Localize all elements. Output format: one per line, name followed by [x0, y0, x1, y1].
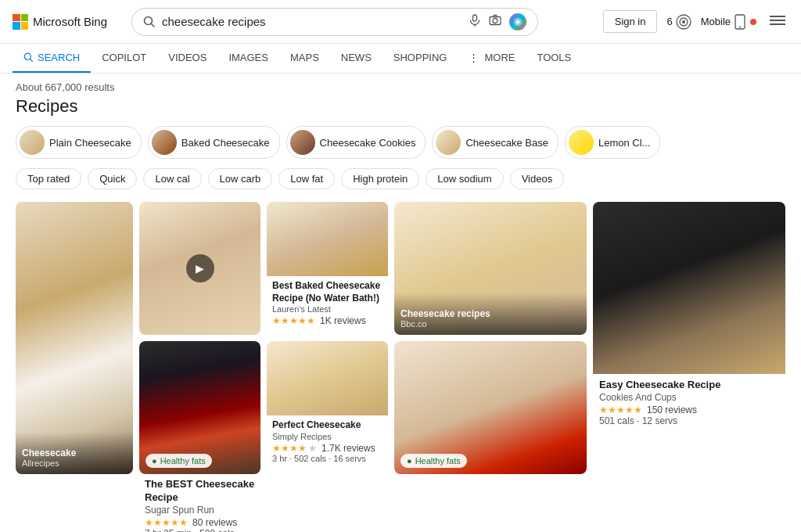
card-title-easy: Easy Cheesecake Recipe: [599, 379, 779, 392]
card-img-best-baked: [267, 202, 388, 276]
logo-green: [21, 14, 29, 22]
svg-point-12: [739, 26, 741, 27]
pill-lemon-img: [569, 130, 594, 155]
sign-in-button[interactable]: Sign in: [603, 10, 658, 33]
tab-more[interactable]: ⋮ MORE: [458, 44, 526, 73]
notification-dot-icon: [749, 18, 757, 26]
healthy-badge-2: ● Healthy fats: [400, 454, 467, 468]
healthy-badge: ● Healthy fats: [145, 454, 212, 468]
card-title-perfect: Perfect Cheesecake: [272, 419, 383, 432]
filter-low-fat[interactable]: Low fat: [278, 168, 335, 189]
filter-top-rated[interactable]: Top rated: [16, 168, 81, 189]
card-label-bbc: Cheesecake recipes Bbc.co: [394, 293, 587, 335]
card-easy-cheesecake[interactable]: Easy Cheesecake Recipe Cookies And Cups …: [593, 202, 785, 474]
card-perfect-cheesecake[interactable]: Perfect Cheesecake Simply Recipes ★★★★★ …: [267, 341, 388, 474]
best-cheesecake-detail-row: The BEST Cheesecake Recipe Sugar Spun Ru…: [16, 480, 785, 532]
recipes-title: Recipes: [16, 96, 785, 117]
copilot-icon[interactable]: [509, 13, 526, 31]
tab-copilot[interactable]: COPILOT: [91, 44, 157, 73]
card-best-cheesecake[interactable]: ▶: [139, 202, 260, 335]
card-best-baked[interactable]: Best Baked Cheesecake Recipe (No Water B…: [267, 202, 388, 335]
hamburger-icon: [770, 15, 785, 26]
header-right: Sign in 6 Mobile: [603, 10, 788, 33]
card-rating-perfect: ★★★★★ 1.7K reviews: [272, 443, 383, 454]
pill-cookies[interactable]: Cheesecake Cookies: [286, 126, 426, 159]
recipe-grid: Cheesecake Allrecipes ▶ ● Healthy fats B…: [16, 202, 785, 474]
svg-line-18: [31, 59, 33, 62]
filter-low-carb[interactable]: Low carb: [208, 168, 273, 189]
bing-logo: [13, 14, 28, 30]
logo-area: Microsoft Bing: [13, 14, 122, 30]
filter-high-protein[interactable]: High protein: [341, 168, 419, 189]
card-blueberry[interactable]: ● Healthy fats: [139, 341, 260, 474]
filter-low-cal[interactable]: Low cal: [143, 168, 201, 189]
tab-maps[interactable]: MAPS: [279, 44, 330, 73]
tab-videos[interactable]: VIDEOS: [157, 44, 217, 73]
pill-plain[interactable]: Plain Cheesecake: [16, 126, 142, 159]
camera-icon[interactable]: [489, 14, 501, 29]
svg-point-13: [750, 19, 756, 25]
pill-plain-img: [20, 130, 45, 155]
card-rating-easy: ★★★★★ 150 reviews: [599, 404, 779, 415]
healthy-badge-icon: ●: [152, 456, 157, 466]
logo-blue: [13, 22, 20, 30]
tab-search[interactable]: SEARCH: [13, 44, 91, 73]
card-source-easy: Cookies And Cups: [599, 392, 779, 403]
filter-videos[interactable]: Videos: [510, 168, 565, 189]
card-label-cheesecake: Cheesecake Allrecipes: [16, 432, 133, 474]
pill-baked-img: [152, 130, 177, 155]
best-cheesecake-meta: 7 hr 35 min · 500 cals: [145, 528, 255, 532]
play-button[interactable]: ▶: [186, 254, 214, 282]
filter-low-sodium[interactable]: Low sodium: [426, 168, 503, 189]
card-cheesecake-allrecipes[interactable]: Cheesecake Allrecipes: [16, 202, 133, 474]
card-img-easy: [593, 202, 785, 374]
rewards-icon: [676, 14, 691, 30]
card-cherry-cheesecake[interactable]: ● Healthy fats: [394, 341, 587, 474]
filter-chips: Top rated Quick Low cal Low carb Low fat…: [16, 168, 785, 189]
best-cheesecake-title: The BEST Cheesecake Recipe: [145, 478, 255, 505]
card-source-best-baked: Lauren's Latest: [272, 304, 383, 314]
rewards-count: 6: [666, 16, 672, 27]
logo-red: [13, 14, 20, 22]
card-body-best-baked: Best Baked Cheesecake Recipe (No Water B…: [267, 276, 388, 330]
svg-point-7: [515, 20, 519, 23]
best-cheesecake-detail: The BEST Cheesecake Recipe Sugar Spun Ru…: [139, 474, 260, 532]
mobile-area[interactable]: Mobile: [701, 14, 757, 30]
pill-lemon[interactable]: Lemon Cl...: [565, 126, 660, 159]
svg-rect-2: [473, 15, 477, 21]
mobile-icon: [734, 14, 746, 30]
pill-base[interactable]: Cheesecake Base: [432, 126, 559, 159]
filter-quick[interactable]: Quick: [88, 168, 137, 189]
mic-icon[interactable]: [469, 14, 481, 29]
tab-images[interactable]: IMAGES: [217, 44, 279, 73]
rewards-area[interactable]: 6: [666, 14, 691, 30]
logo-text: Microsoft Bing: [33, 15, 107, 28]
hamburger-menu[interactable]: [767, 12, 788, 31]
card-bbc-cheesecake[interactable]: Cheesecake recipes Bbc.co: [394, 202, 587, 335]
header: Microsoft Bing: [0, 0, 801, 44]
category-pills: Plain Cheesecake Baked Cheesecake Cheese…: [16, 126, 785, 159]
card-body-easy: Easy Cheesecake Recipe Cookies And Cups …: [593, 374, 785, 431]
logo-yellow: [21, 22, 29, 30]
mobile-label: Mobile: [701, 16, 731, 27]
search-icon: [143, 16, 156, 28]
card-meta-perfect: 3 hr · 502 cals · 16 servs: [272, 454, 383, 463]
best-cheesecake-source: Sugar Spun Run: [145, 505, 255, 516]
card-title-best-baked: Best Baked Cheesecake Recipe (No Water B…: [272, 280, 383, 304]
best-cheesecake-rating: ★★★★★ 80 reviews: [145, 517, 255, 528]
card-rating-best-baked: ★★★★★ 1K reviews: [272, 315, 383, 326]
tab-tools[interactable]: TOOLS: [526, 44, 582, 73]
search-input[interactable]: [162, 15, 462, 28]
pill-baked[interactable]: Baked Cheesecake: [148, 126, 280, 159]
tab-shopping[interactable]: SHOPPING: [383, 44, 458, 73]
svg-line-1: [152, 23, 155, 27]
results-count: About 667,000 results: [0, 74, 801, 96]
nav-tabs: SEARCH COPILOT VIDEOS IMAGES MAPS NEWS S…: [0, 44, 801, 74]
card-source-perfect: Simply Recipes: [272, 432, 383, 441]
card-meta-easy: 501 cals · 12 servs: [599, 415, 779, 426]
card-body-perfect: Perfect Cheesecake Simply Recipes ★★★★★ …: [267, 415, 388, 467]
tab-news[interactable]: NEWS: [330, 44, 383, 73]
svg-point-10: [682, 20, 685, 23]
pill-cookies-img: [290, 130, 315, 155]
search-tab-icon: [23, 52, 34, 63]
